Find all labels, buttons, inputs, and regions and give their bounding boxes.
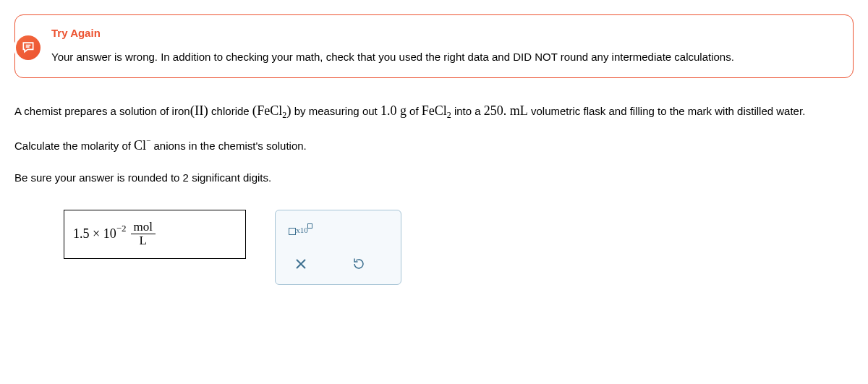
q-text: anions in the chemist's solution. <box>150 140 306 152</box>
q-text: of <box>407 105 422 117</box>
q-text: A chemist prepares a solution of iron <box>14 105 190 117</box>
sci-sup-icon <box>307 223 312 229</box>
q-text: Calculate the molarity of <box>14 140 134 152</box>
formula2-body: FeCl <box>422 103 447 118</box>
reset-button[interactable] <box>342 251 375 277</box>
answer-exp: −2 <box>116 223 127 234</box>
answer-unit: mol L <box>131 221 156 248</box>
question-body: A chemist prepares a solution of iron(II… <box>14 100 854 187</box>
q-text: chloride <box>208 105 252 117</box>
anion-charge: − <box>146 136 150 145</box>
q-text: into a <box>451 105 484 117</box>
feedback-message: Your answer is wrong. In addition to che… <box>51 51 838 63</box>
feedback-title: Try Again <box>51 27 838 39</box>
question-paragraph-2: Calculate the molarity of Cl− anions in … <box>14 135 854 156</box>
clear-button[interactable] <box>284 251 318 277</box>
unit-numerator: mol <box>131 221 156 235</box>
q-text: volumetric flask and filling to the mark… <box>528 105 806 117</box>
answer-area: 1.5 × 10−2 mol L x10 <box>64 210 854 285</box>
feedback-chat-icon <box>14 33 43 62</box>
feedback-banner: Try Again Your answer is wrong. In addit… <box>14 14 854 78</box>
q-mass-unit: g <box>396 103 407 118</box>
q-vol: 250. <box>484 103 507 118</box>
anion: Cl <box>134 138 146 153</box>
q-text: by measuring out <box>292 105 380 117</box>
sci-label: x10 <box>296 226 308 234</box>
answer-coef: 1.5 × 10 <box>73 226 116 242</box>
question-paragraph-3: Be sure your answer is rounded to 2 sign… <box>14 169 854 187</box>
q-vol-unit: mL <box>506 103 528 118</box>
q-mass: 1.0 <box>380 103 397 118</box>
q-roman: (II) <box>190 103 208 118</box>
scientific-notation-button[interactable]: x10 <box>284 218 318 244</box>
answer-input[interactable]: 1.5 × 10−2 mol L <box>64 210 246 259</box>
sci-box-icon <box>289 228 296 235</box>
unit-denominator: L <box>137 234 150 248</box>
question-paragraph-1: A chemist prepares a solution of iron(II… <box>14 100 854 122</box>
tool-panel: x10 <box>275 210 401 285</box>
formula-body: FeCl <box>257 103 282 118</box>
